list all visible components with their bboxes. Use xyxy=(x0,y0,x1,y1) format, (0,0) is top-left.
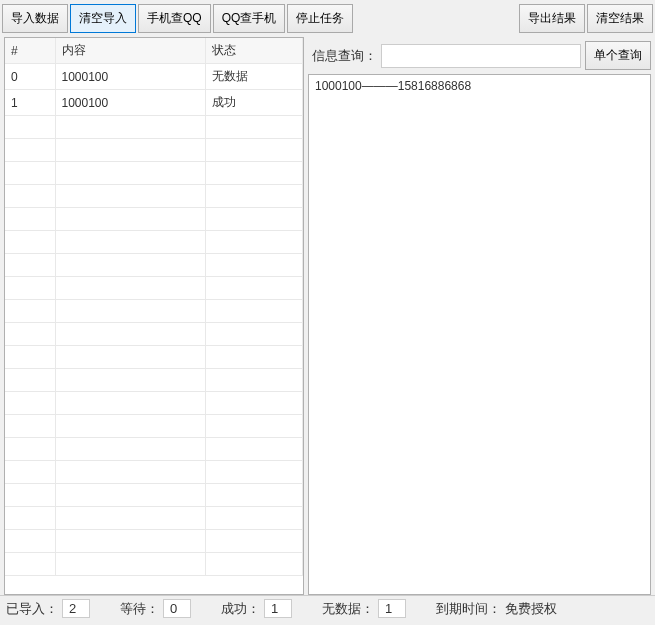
table-row[interactable] xyxy=(5,415,303,438)
right-panel: 信息查询： 单个查询 1000100———15816886868 xyxy=(308,37,651,595)
table-row[interactable] xyxy=(5,139,303,162)
table-row[interactable] xyxy=(5,507,303,530)
table-row[interactable] xyxy=(5,392,303,415)
table-header-row: # 内容 状态 xyxy=(5,38,303,64)
table-row[interactable] xyxy=(5,323,303,346)
table-row[interactable] xyxy=(5,438,303,461)
stop-task-button[interactable]: 停止任务 xyxy=(287,4,353,33)
table-row[interactable] xyxy=(5,484,303,507)
table-row[interactable] xyxy=(5,254,303,277)
status-expire: 到期时间： 免费授权 xyxy=(430,600,563,618)
data-table[interactable]: # 内容 状态 01000100无数据11000100成功 xyxy=(5,38,303,576)
clear-result-button[interactable]: 清空结果 xyxy=(587,4,653,33)
result-box[interactable]: 1000100———15816886868 xyxy=(308,74,651,595)
col-header-index[interactable]: # xyxy=(5,38,55,64)
table-row[interactable] xyxy=(5,346,303,369)
table-row[interactable] xyxy=(5,208,303,231)
status-success-value: 1 xyxy=(264,599,292,618)
col-header-content[interactable]: 内容 xyxy=(55,38,205,64)
status-waiting-label: 等待： xyxy=(120,600,159,618)
col-header-status[interactable]: 状态 xyxy=(205,38,303,64)
result-line: 1000100———15816886868 xyxy=(315,79,644,93)
status-nodata-label: 无数据： xyxy=(322,600,374,618)
status-imported-label: 已导入： xyxy=(6,600,58,618)
table-row[interactable] xyxy=(5,185,303,208)
table-row[interactable] xyxy=(5,277,303,300)
status-nodata: 无数据： 1 xyxy=(316,599,412,618)
status-nodata-value: 1 xyxy=(378,599,406,618)
cell-index: 0 xyxy=(5,64,55,90)
status-waiting: 等待： 0 xyxy=(114,599,197,618)
table-row[interactable] xyxy=(5,530,303,553)
cell-index: 1 xyxy=(5,90,55,116)
single-query-button[interactable]: 单个查询 xyxy=(585,41,651,70)
table-row[interactable] xyxy=(5,162,303,185)
export-result-button[interactable]: 导出结果 xyxy=(519,4,585,33)
query-input[interactable] xyxy=(381,44,581,68)
status-expire-label: 到期时间： xyxy=(436,600,501,618)
table-row[interactable] xyxy=(5,461,303,484)
data-table-panel: # 内容 状态 01000100无数据11000100成功 xyxy=(4,37,304,595)
table-row[interactable] xyxy=(5,231,303,254)
status-imported: 已导入： 2 xyxy=(0,599,96,618)
phone-lookup-qq-button[interactable]: 手机查QQ xyxy=(138,4,211,33)
qq-lookup-phone-button[interactable]: QQ查手机 xyxy=(213,4,286,33)
table-row[interactable] xyxy=(5,553,303,576)
import-data-button[interactable]: 导入数据 xyxy=(2,4,68,33)
status-success-label: 成功： xyxy=(221,600,260,618)
table-row[interactable] xyxy=(5,369,303,392)
content-area: # 内容 状态 01000100无数据11000100成功 信息查询： 单个查询… xyxy=(0,37,655,595)
cell-content: 1000100 xyxy=(55,64,205,90)
table-row[interactable]: 01000100无数据 xyxy=(5,64,303,90)
cell-status: 无数据 xyxy=(205,64,303,90)
query-label: 信息查询： xyxy=(308,47,377,65)
table-row[interactable] xyxy=(5,116,303,139)
status-success: 成功： 1 xyxy=(215,599,298,618)
toolbar: 导入数据 清空导入 手机查QQ QQ查手机 停止任务 导出结果 清空结果 xyxy=(0,0,655,37)
clear-import-button[interactable]: 清空导入 xyxy=(70,4,136,33)
status-imported-value: 2 xyxy=(62,599,90,618)
table-row[interactable] xyxy=(5,300,303,323)
query-row: 信息查询： 单个查询 xyxy=(308,37,651,74)
status-waiting-value: 0 xyxy=(163,599,191,618)
statusbar: 已导入： 2 等待： 0 成功： 1 无数据： 1 到期时间： 免费授权 xyxy=(0,595,655,621)
status-expire-value: 免费授权 xyxy=(505,600,557,618)
cell-content: 1000100 xyxy=(55,90,205,116)
table-row[interactable]: 11000100成功 xyxy=(5,90,303,116)
cell-status: 成功 xyxy=(205,90,303,116)
